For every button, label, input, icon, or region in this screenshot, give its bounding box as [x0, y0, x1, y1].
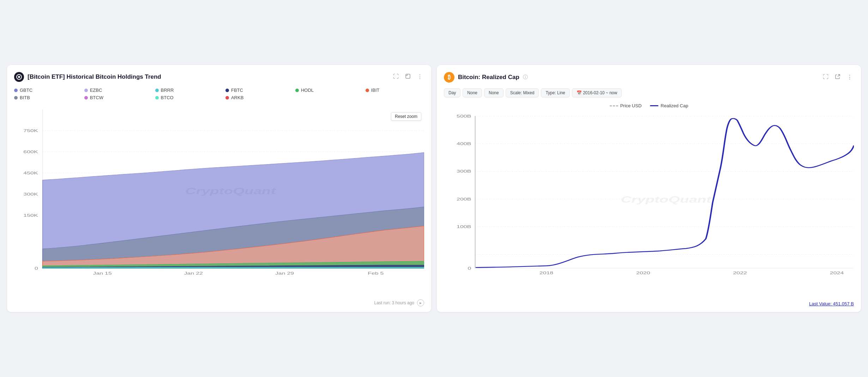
svg-text:600K: 600K [23, 150, 38, 154]
legend-label-realized-cap: Realized Cap [661, 103, 688, 108]
expand-icon-left[interactable]: ⛶ [392, 72, 400, 82]
bitcoin-icon: ₿ [444, 72, 454, 83]
play-button-left[interactable]: ▶ [417, 299, 424, 306]
legend-fbtc: FBTC [225, 88, 288, 93]
svg-text:CryptoQuant: CryptoQuant [185, 186, 276, 196]
legend-realized-cap: Realized Cap [650, 103, 688, 108]
svg-text:200B: 200B [457, 197, 471, 201]
left-panel: [Bitcoin ETF] Historical Bitcoin Holding… [7, 65, 431, 312]
legend-label-price-usd: Price USD [620, 103, 642, 108]
legend-dot-hodl [295, 89, 299, 92]
svg-text:300K: 300K [23, 192, 38, 196]
right-panel-title: Bitcoin: Realized Cap [458, 74, 519, 81]
legend-dot-ibit [366, 89, 369, 92]
left-panel-header: [Bitcoin ETF] Historical Bitcoin Holding… [14, 72, 424, 82]
last-value: Last Value: 451.057 B [809, 301, 854, 306]
calendar-icon: 📅 [577, 90, 582, 95]
legend-ibit: IBIT [366, 88, 424, 93]
external-icon-right[interactable] [833, 72, 842, 82]
svg-text:Jan 22: Jan 22 [184, 271, 203, 275]
legend-dot-brrr [155, 89, 159, 92]
legend-ezbc: EZBC [84, 88, 148, 93]
left-panel-icons: ⛶ ⋮ [392, 72, 424, 82]
legend-label-bitb: BITB [20, 95, 30, 100]
svg-text:2022: 2022 [733, 271, 747, 275]
legend-label-btcw: BTCW [90, 95, 103, 100]
left-chart-svg: 750K 600K 450K 300K 150K 0 Jan 15 Jan 22… [14, 109, 424, 279]
svg-text:2024: 2024 [830, 271, 844, 275]
cryptoquant-logo-left [14, 72, 24, 82]
legend-label-ezbc: EZBC [90, 88, 102, 93]
legend-dot-gbtc [14, 89, 18, 92]
svg-text:2018: 2018 [540, 271, 553, 275]
left-panel-title: [Bitcoin ETF] Historical Bitcoin Holding… [28, 73, 161, 80]
svg-text:750K: 750K [23, 128, 38, 133]
last-run-text: Last run: 3 hours ago [374, 300, 414, 305]
ctrl-none-1[interactable]: None [463, 88, 482, 97]
legend-right: Price USD Realized Cap [444, 103, 854, 108]
svg-point-1 [18, 76, 20, 78]
legend-line-solid [650, 105, 658, 106]
right-panel-icons: ⛶ ⋮ [821, 72, 854, 82]
legend-brrr: BRRR [155, 88, 218, 93]
ctrl-day[interactable]: Day [444, 88, 460, 97]
expand-icon-right[interactable]: ⛶ [821, 72, 830, 82]
left-chart-area: Reset zoom 750K 600K 450K 300K 150K 0 [14, 109, 424, 279]
legend-left: GBTC EZBC BRRR FBTC HODL IBIT [14, 88, 424, 104]
dashboard: [Bitcoin ETF] Historical Bitcoin Holding… [7, 65, 861, 312]
svg-text:Jan 29: Jan 29 [275, 271, 294, 275]
right-chart-svg: 500B 400B 300B 200B 100B 0 2018 2020 202… [444, 113, 854, 282]
right-panel-header: ₿ Bitcoin: Realized Cap ⓘ ⛶ ⋮ [444, 72, 854, 83]
svg-text:500B: 500B [457, 114, 471, 118]
left-title-area: [Bitcoin ETF] Historical Bitcoin Holding… [14, 72, 161, 82]
legend-label-hodl: HODL [301, 88, 314, 93]
legend-dot-arkb [225, 96, 229, 100]
svg-rect-2 [406, 74, 410, 78]
legend-btco: BTCO [155, 95, 218, 100]
date-range-label: 2016-02-10 ~ now [583, 90, 617, 95]
right-chart-area: 500B 400B 300B 200B 100B 0 2018 2020 202… [444, 113, 854, 282]
svg-text:0: 0 [468, 266, 471, 270]
legend-label-gbtc: GBTC [20, 88, 32, 93]
left-panel-footer: Last run: 3 hours ago ▶ [374, 299, 424, 306]
ctrl-date-range[interactable]: 📅 2016-02-10 ~ now [572, 88, 622, 97]
svg-text:400B: 400B [457, 142, 471, 146]
legend-label-ibit: IBIT [371, 88, 380, 93]
svg-text:CryptoQuant: CryptoQuant [621, 195, 712, 204]
ctrl-scale[interactable]: Scale: Mixed [506, 88, 539, 97]
svg-text:100B: 100B [457, 225, 471, 229]
svg-text:300B: 300B [457, 169, 471, 174]
svg-text:2020: 2020 [636, 271, 650, 275]
legend-line-dashed [610, 106, 618, 106]
svg-text:0: 0 [35, 266, 38, 270]
legend-dot-btco [155, 96, 159, 100]
legend-dot-ezbc [84, 89, 88, 92]
right-panel: ₿ Bitcoin: Realized Cap ⓘ ⛶ ⋮ Day None N… [437, 65, 861, 312]
legend-arkb: ARKB [225, 95, 288, 100]
legend-label-btco: BTCO [161, 95, 174, 100]
share-icon-left[interactable] [404, 72, 412, 82]
legend-btcw: BTCW [84, 95, 148, 100]
controls-row: Day None None Scale: Mixed Type: Line 📅 … [444, 88, 854, 97]
right-title-area: ₿ Bitcoin: Realized Cap ⓘ [444, 72, 528, 83]
svg-text:450K: 450K [23, 171, 38, 175]
legend-price-usd: Price USD [610, 103, 642, 108]
legend-dot-fbtc [225, 89, 229, 92]
legend-hodl: HODL [295, 88, 358, 93]
more-icon-left[interactable]: ⋮ [416, 72, 424, 82]
svg-text:Feb 5: Feb 5 [368, 271, 384, 275]
legend-gbtc: GBTC [14, 88, 77, 93]
legend-bitb: BITB [14, 95, 77, 100]
legend-label-fbtc: FBTC [231, 88, 243, 93]
legend-dot-btcw [84, 96, 88, 100]
svg-text:Jan 15: Jan 15 [93, 271, 112, 275]
reset-zoom-button[interactable]: Reset zoom [391, 112, 421, 121]
legend-dot-bitb [14, 96, 18, 100]
info-icon-right[interactable]: ⓘ [523, 74, 528, 80]
ctrl-type[interactable]: Type: Line [541, 88, 569, 97]
svg-text:150K: 150K [23, 213, 38, 217]
more-icon-right[interactable]: ⋮ [845, 72, 854, 82]
legend-label-brrr: BRRR [161, 88, 174, 93]
legend-label-arkb: ARKB [231, 95, 243, 100]
ctrl-none-2[interactable]: None [484, 88, 504, 97]
